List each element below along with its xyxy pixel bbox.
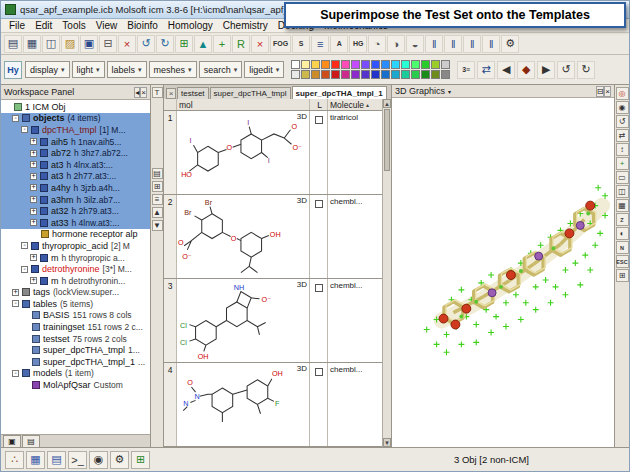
grid-view-icon[interactable]: ⊞	[152, 181, 163, 192]
tree-item-ab72[interactable]: +ab72h 3hz7.ab72...	[1, 147, 150, 159]
palette-color-25[interactable]	[381, 70, 390, 79]
close-3d-icon[interactable]: ×	[604, 86, 611, 97]
palette-color-17[interactable]	[301, 70, 310, 79]
tree-item-super-dpctha-tmpl[interactable]: super_dpcTHA_tmpl1...	[1, 344, 150, 356]
palette-color-10[interactable]	[391, 60, 400, 69]
tab-testset[interactable]: testset	[177, 87, 209, 99]
3d-checkbox[interactable]	[315, 368, 323, 376]
palette-color-16[interactable]	[291, 70, 300, 79]
collapse-toggle-icon[interactable]: -	[12, 370, 19, 377]
header-mol[interactable]: mol	[177, 99, 310, 110]
molecule-cell[interactable]: NHO⁻ClClOH3D	[177, 279, 310, 362]
expand-toggle-icon[interactable]: +	[30, 150, 37, 157]
dropdown-light[interactable]: light▾	[72, 61, 105, 78]
grid-3d-icon[interactable]: ⊞	[616, 269, 629, 282]
add-icon[interactable]: +	[213, 35, 231, 53]
menu-homology[interactable]: Homology	[163, 20, 218, 31]
half-sphere-icon[interactable]: ◑	[387, 35, 405, 53]
molecule-name[interactable]: chembl...	[328, 363, 382, 446]
document-toggle-icon[interactable]: ▤	[47, 451, 66, 469]
tree-item-thyropropic-acid[interactable]: -thyropropic_acid[2] M	[1, 240, 150, 252]
palette-color-13[interactable]	[421, 60, 430, 69]
columns-icon-4[interactable]: ‖	[482, 35, 500, 53]
terminal-icon[interactable]: >_	[68, 451, 87, 469]
split-view-icon[interactable]: ◫	[616, 185, 629, 198]
tabbar-close-icon[interactable]: ×	[166, 88, 176, 99]
tree-item-aih5[interactable]: +aih5h 1nav.aih5...	[1, 136, 150, 148]
row-number[interactable]: 1	[164, 111, 177, 194]
tree-item-detrothyronine[interactable]: -detrothyronine[3*] M...	[1, 263, 150, 275]
palette-color-9[interactable]	[381, 60, 390, 69]
prev-record-icon[interactable]: ◀	[497, 61, 515, 79]
stereo-toggle-icon[interactable]: S	[292, 35, 310, 53]
expand-toggle-icon[interactable]: +	[30, 196, 37, 203]
palette-color-5[interactable]	[341, 60, 350, 69]
row-number[interactable]: 2	[164, 195, 177, 278]
row-number[interactable]: 4	[164, 363, 177, 446]
palette-color-29[interactable]	[421, 70, 430, 79]
scroll-thumb[interactable]	[384, 109, 390, 171]
read-file-icon[interactable]: ▤	[4, 35, 22, 53]
print-icon[interactable]: ⊟	[99, 35, 117, 53]
3d-checkbox[interactable]	[315, 284, 323, 292]
palette-color-3[interactable]	[321, 60, 330, 69]
shade-icon[interactable]: ◐	[616, 227, 629, 240]
menu-file[interactable]: File	[4, 20, 30, 31]
new-table-icon[interactable]: ⊞	[175, 35, 193, 53]
palette-color-19[interactable]	[321, 70, 330, 79]
menu-tools[interactable]: Tools	[57, 20, 90, 31]
row-number[interactable]: 3	[164, 279, 177, 362]
expand-toggle-icon[interactable]: +	[30, 173, 37, 180]
collapse-toggle-icon[interactable]: -	[21, 242, 28, 249]
table-view-icon[interactable]: T	[152, 87, 163, 98]
3d-checkbox[interactable]	[315, 200, 323, 208]
delete-icon[interactable]: ×	[118, 35, 136, 53]
dropdown-labels[interactable]: labels▾	[107, 61, 147, 78]
workspace-toggle-icon[interactable]: ▦	[26, 451, 45, 469]
tree-item-hormone-receptor-alp[interactable]: hormone receptor alp	[1, 229, 150, 241]
collapse-toggle-icon[interactable]: -	[21, 266, 28, 273]
open-folder-icon[interactable]: ▨	[61, 35, 79, 53]
tree-item-dpctha-tmpl[interactable]: -dpcTHA_tmpl[1] M...	[1, 124, 150, 136]
save-icon[interactable]: ▣	[80, 35, 98, 53]
tree-item-objects[interactable]: -objects(4 items)	[1, 113, 150, 125]
tree-item-at32[interactable]: +at32h 2h79.at3...	[1, 205, 150, 217]
expand-toggle-icon[interactable]: +	[12, 289, 19, 296]
columns-icon-3[interactable]: ‖	[463, 35, 481, 53]
collapse-toggle-icon[interactable]: -	[12, 115, 19, 122]
mesh-icon[interactable]: ▦	[616, 199, 629, 212]
escape-icon[interactable]: ESC	[616, 255, 629, 268]
3d-checkbox[interactable]	[315, 116, 323, 124]
palette-color-1[interactable]	[301, 60, 310, 69]
palette-color-11[interactable]	[401, 60, 410, 69]
palette-color-31[interactable]	[441, 70, 450, 79]
expand-toggle-icon[interactable]: +	[30, 161, 37, 168]
molecule-name[interactable]: tiratricol	[328, 111, 382, 194]
menu-view[interactable]: View	[91, 20, 123, 31]
ligedit-tools-icon[interactable]: 3≡	[457, 61, 475, 79]
menu-chemistry[interactable]: Chemistry	[218, 20, 273, 31]
molecule-name[interactable]: chembl...	[328, 279, 382, 362]
close-panel-icon[interactable]: ×	[140, 87, 147, 98]
tree-item-tables[interactable]: -tables(5 items)	[1, 298, 150, 310]
dropdown-search[interactable]: search▾	[199, 61, 243, 78]
palette-color-6[interactable]	[351, 60, 360, 69]
tree-item-m[interactable]: +mh detrothyronin...	[1, 275, 150, 287]
palette-color-30[interactable]	[431, 70, 440, 79]
remove-icon[interactable]: ×	[251, 35, 269, 53]
palette-color-27[interactable]	[401, 70, 410, 79]
slab-icon[interactable]: ↕	[616, 143, 629, 156]
tab-super-dpctha-tmpl-1[interactable]: super_dpcTHA_tmpl_1	[292, 86, 387, 99]
expand-toggle-icon[interactable]: +	[30, 254, 37, 261]
expand-toggle-icon[interactable]: +	[30, 208, 37, 215]
undo-icon[interactable]: ↺	[137, 35, 155, 53]
swap-icon[interactable]: ⇄	[477, 61, 495, 79]
palette-color-7[interactable]	[361, 60, 370, 69]
tree-item-at3[interactable]: +at3h 2h77.at3:...	[1, 171, 150, 183]
new-window-icon[interactable]: ▦	[23, 35, 41, 53]
header-l[interactable]: L	[310, 99, 328, 110]
layers-icon[interactable]: ≡	[311, 35, 329, 53]
header-molecule[interactable]: Molecule▴	[328, 99, 382, 110]
tree-item-trainingset[interactable]: trainingset151 rows 2 c...	[1, 321, 150, 333]
neighbors-icon[interactable]: N	[616, 241, 629, 254]
